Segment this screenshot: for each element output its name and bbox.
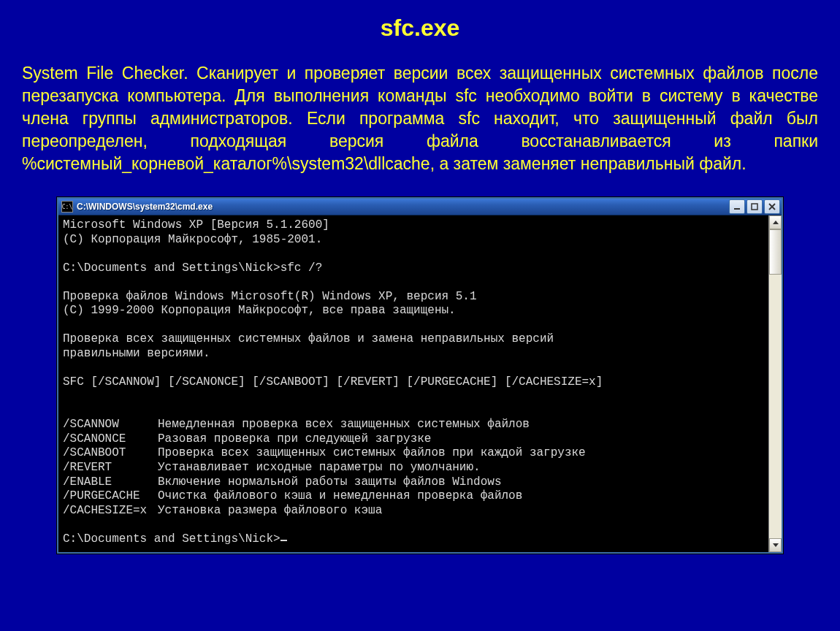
cursor-icon (280, 540, 287, 541)
term-line: правильными версиями. (63, 347, 210, 360)
cmd-client-area: Microsoft Windows XP [Версия 5.1.2600] (… (58, 215, 782, 552)
term-flag-desc: Устанавливает исходные параметры по умол… (158, 461, 481, 474)
term-flag: /SCANBOOT (63, 446, 158, 461)
scroll-track[interactable] (769, 229, 782, 538)
terminal-output[interactable]: Microsoft Windows XP [Версия 5.1.2600] (… (58, 215, 768, 552)
term-flag: /SCANNOW (63, 418, 158, 432)
maximize-icon (751, 203, 758, 210)
term-line: Проверка всех защищенных системных файло… (63, 332, 554, 345)
cmd-app-icon: C:\ (61, 201, 73, 213)
close-icon (768, 203, 776, 210)
term-line: SFC [/SCANNOW] [/SCANONCE] [/SCANBOOT] [… (63, 375, 603, 389)
term-flag-desc: Разовая проверка при следующей загрузке (158, 432, 431, 445)
window-buttons (729, 199, 780, 214)
term-flag: /REVERT (63, 461, 158, 475)
term-flag: /CACHESIZE=x (63, 504, 158, 519)
vertical-scrollbar[interactable] (768, 215, 782, 552)
term-flag-desc: Включение нормальной работы защиты файло… (158, 475, 501, 489)
slide: sfc.exe System File Checker. Сканирует и… (0, 0, 840, 561)
scroll-down-button[interactable] (769, 538, 782, 552)
slide-body-text: System File Checker. Сканирует и проверя… (22, 62, 818, 175)
maximize-button[interactable] (747, 199, 763, 214)
chevron-down-icon (773, 543, 779, 547)
svg-rect-0 (734, 208, 740, 210)
term-flag-desc: Установка размера файлового кэша (158, 504, 382, 517)
slide-title: sfc.exe (22, 15, 818, 42)
window-titlebar[interactable]: C:\ C:\WINDOWS\system32\cmd.exe (58, 199, 782, 215)
term-flag: /PURGECACHE (63, 489, 158, 504)
close-button[interactable] (764, 199, 780, 214)
scroll-thumb[interactable] (769, 229, 782, 275)
term-line: (С) Корпорация Майкрософт, 1985-2001. (63, 233, 322, 246)
term-flag: /ENABLE (63, 475, 158, 490)
chevron-up-icon (773, 221, 779, 224)
window-title-text: C:\WINDOWS\system32\cmd.exe (77, 202, 729, 212)
minimize-button[interactable] (729, 199, 745, 214)
term-line: Проверка файлов Windows Microsoft(R) Win… (63, 290, 477, 303)
cmd-window: C:\ C:\WINDOWS\system32\cmd.exe Microsof… (57, 197, 783, 554)
term-line: (C) 1999-2000 Корпорация Майкрософт, все… (63, 304, 456, 317)
minimize-icon (733, 203, 741, 210)
term-flag-desc: Очистка файлового кэша и немедленная про… (158, 489, 522, 502)
term-prompt: C:\Documents and Settings\Nick> (63, 532, 280, 546)
term-flag-desc: Проверка всех защищенных системных файло… (158, 446, 586, 459)
term-line: C:\Documents and Settings\Nick>sfc /? (63, 261, 322, 275)
term-flag: /SCANONCE (63, 432, 158, 447)
term-line: Microsoft Windows XP [Версия 5.1.2600] (63, 218, 329, 232)
scroll-up-button[interactable] (769, 215, 782, 229)
svg-rect-1 (752, 204, 757, 210)
term-flag-desc: Немедленная проверка всех защищенных сис… (158, 418, 530, 431)
